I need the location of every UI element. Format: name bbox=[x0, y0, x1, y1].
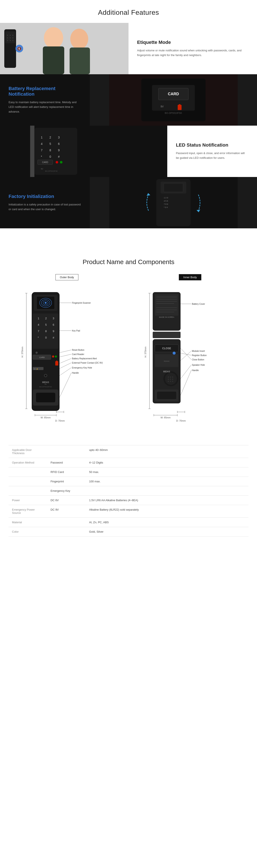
svg-rect-105 bbox=[36, 393, 55, 402]
svg-text:Handle: Handle bbox=[72, 372, 79, 374]
svg-text:BO-DP9310FSK: BO-DP9310FSK bbox=[39, 386, 52, 388]
spec-label-power: Power bbox=[8, 496, 47, 505]
svg-text:3: 3 bbox=[58, 136, 60, 139]
svg-text:9V: 9V bbox=[161, 105, 164, 108]
spec-label-emkey bbox=[8, 486, 47, 496]
svg-text:Reset Button: Reset Button bbox=[72, 349, 84, 351]
svg-line-117 bbox=[60, 363, 71, 369]
svg-text:H: 370mm: H: 370mm bbox=[21, 347, 24, 358]
svg-text:0: 0 bbox=[50, 155, 51, 158]
svg-text:Battery Cover: Battery Cover bbox=[192, 303, 205, 305]
feature-row-led: 1 2 3 4 5 6 7 8 9 * 0 # CARD bbox=[0, 126, 257, 177]
spec-row-emergency-power: Emergency Power Source DC 9V Alkaline Ba… bbox=[8, 505, 249, 518]
feature-row-factory: Factory Initialization Initialization is… bbox=[0, 177, 257, 228]
svg-point-153 bbox=[165, 373, 177, 385]
svg-point-91 bbox=[35, 351, 38, 354]
svg-text:BO-DP9310FSK: BO-DP9310FSK bbox=[165, 112, 182, 114]
svg-text:CLOSE: CLOSE bbox=[162, 347, 171, 350]
svg-point-94 bbox=[52, 355, 54, 358]
svg-text:MIDAS: MIDAS bbox=[163, 370, 170, 373]
svg-point-161 bbox=[170, 381, 171, 382]
svg-text:2: 2 bbox=[50, 136, 51, 139]
spec-label-fingerprint bbox=[8, 477, 47, 486]
svg-text:8: 8 bbox=[50, 149, 51, 152]
svg-text:#: # bbox=[53, 336, 54, 339]
feature-row-etiquette: 🔇 Etiquette Mode Adjust volume or mute n… bbox=[0, 23, 257, 74]
svg-text:Card Reader: Card Reader bbox=[72, 353, 84, 355]
spec-key-password: Password bbox=[47, 458, 86, 467]
svg-text:7: 7 bbox=[38, 330, 39, 333]
svg-point-157 bbox=[168, 379, 169, 380]
svg-line-113 bbox=[60, 354, 71, 357]
etiquette-image: 🔇 bbox=[0, 23, 128, 74]
svg-text:9: 9 bbox=[58, 149, 60, 152]
inner-body-column: Inner Body H: 370mm W: 85mm bbox=[132, 274, 249, 434]
etiquette-desc: Adjust volume or mute notification sound… bbox=[137, 48, 249, 58]
svg-text:1: 1 bbox=[38, 317, 39, 320]
svg-text:*: * bbox=[38, 336, 39, 339]
svg-point-159 bbox=[172, 379, 173, 380]
svg-line-115 bbox=[60, 359, 71, 363]
svg-text:CARD: CARD bbox=[39, 356, 45, 359]
svg-text:1 2 3: 1 2 3 bbox=[164, 197, 168, 199]
spec-key-fingerprint: Fingerprint bbox=[47, 477, 86, 486]
svg-point-5 bbox=[10, 35, 11, 36]
svg-rect-52 bbox=[164, 183, 183, 192]
svg-point-8 bbox=[10, 37, 11, 38]
spec-row-op-password: Operation Method Password 4~12 Digits bbox=[8, 458, 249, 467]
svg-point-158 bbox=[170, 379, 171, 380]
svg-rect-16 bbox=[43, 46, 64, 74]
svg-text:*: * bbox=[41, 155, 42, 158]
svg-point-10 bbox=[7, 40, 8, 41]
spec-row-material: Material Al, Zn, PC, ABS bbox=[8, 518, 249, 527]
svg-point-151 bbox=[173, 351, 176, 354]
svg-point-6 bbox=[12, 35, 13, 36]
battery-title: Battery Replacement Notification bbox=[8, 86, 81, 97]
spec-value-power: 1.5V LR6 AA Alkaline Batteries (4~8EA) bbox=[86, 496, 249, 505]
spec-row-fingerprint: Fingerprint 100 max. bbox=[8, 477, 249, 486]
spec-row-emergency-key: Emergency Key bbox=[8, 486, 249, 496]
svg-text:CARD: CARD bbox=[42, 161, 48, 163]
additional-features-section: Additional Features bbox=[0, 0, 257, 232]
svg-line-176 bbox=[180, 370, 191, 395]
product-section: Product Name and Components Outer Body H… bbox=[0, 245, 257, 545]
spec-label-material: Material bbox=[8, 518, 47, 527]
svg-text:W: 85mm: W: 85mm bbox=[40, 416, 51, 419]
battery-desc: Easy to maintain battery replacement tim… bbox=[8, 100, 81, 114]
spec-value-door: upto 40~60mm bbox=[86, 445, 249, 458]
battery-image: CARD 9V BO-DP9310FSK bbox=[90, 74, 257, 126]
svg-point-7 bbox=[7, 37, 8, 38]
svg-text:9V: 9V bbox=[41, 168, 43, 170]
svg-text:5: 5 bbox=[45, 323, 47, 327]
svg-rect-165 bbox=[157, 392, 176, 399]
etiquette-content: Etiquette Mode Adjust volume or mute not… bbox=[128, 23, 257, 74]
svg-text:9V ⚡: 9V ⚡ bbox=[34, 368, 38, 370]
spec-key-rfid: RFID Card bbox=[47, 467, 86, 477]
svg-text:8: 8 bbox=[45, 330, 47, 333]
svg-text:4: 4 bbox=[41, 142, 42, 146]
svg-point-162 bbox=[172, 381, 173, 382]
svg-text:MIDAS: MIDAS bbox=[42, 381, 49, 383]
svg-point-77 bbox=[45, 302, 47, 304]
svg-text:4: 4 bbox=[38, 323, 39, 327]
spec-value-emkey bbox=[86, 486, 249, 496]
svg-line-111 bbox=[60, 350, 71, 353]
inner-body-label: Inner Body bbox=[179, 274, 201, 280]
factory-image: 1 2 3 4 5 6 7 8 9 * 0 # bbox=[90, 177, 257, 228]
outer-body-diagram: H: 370mm W: 85mm D: 70mm bbox=[8, 285, 125, 434]
spacer bbox=[0, 232, 257, 245]
factory-title: Factory Initialization bbox=[8, 194, 81, 199]
spec-label-rfid bbox=[8, 467, 47, 477]
svg-text:W: 85mm: W: 85mm bbox=[161, 416, 170, 419]
svg-point-45 bbox=[56, 161, 58, 163]
svg-text:2: 2 bbox=[45, 317, 47, 320]
svg-text:D: 70mm: D: 70mm bbox=[176, 420, 186, 422]
svg-point-154 bbox=[168, 377, 169, 378]
svg-point-155 bbox=[170, 377, 171, 378]
product-section-title: Product Name and Components bbox=[8, 258, 249, 266]
svg-text:#: # bbox=[58, 155, 60, 158]
svg-rect-136 bbox=[155, 294, 178, 316]
spec-row-door-thickness: Applicable Door Thickness upto 40~60mm bbox=[8, 445, 249, 458]
svg-rect-18 bbox=[69, 48, 90, 74]
spec-key-door bbox=[47, 445, 86, 458]
